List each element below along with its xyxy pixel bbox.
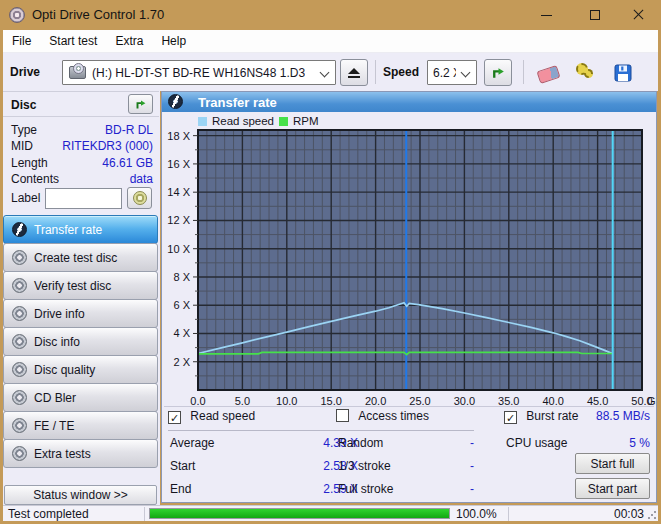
main-panel: Transfer rate Read speed RPM 2 X4 X6 X8 … [161,91,657,503]
speed-select[interactable]: 6.2 X [427,60,477,85]
one-third-stroke-value: - [402,459,474,473]
disc-label-button[interactable] [127,187,152,209]
sidebar-item-drive-info[interactable]: Drive info [3,299,158,328]
title-bar: Opti Drive Control 1.70 [0,0,661,30]
settings-button[interactable] [571,59,601,86]
svg-text:10 X: 10 X [167,243,190,255]
toolbar: Drive (H:) HL-DT-ST BD-RE WH16NS48 1.D3 … [3,53,658,91]
sidebar-item-fe-te[interactable]: FE / TE [3,411,158,440]
minimize-icon [541,15,552,16]
one-third-stroke-label: 1/3 stroke [338,459,391,473]
burst-rate-checkbox[interactable]: ✓ [504,411,517,424]
refresh-disc-button[interactable] [128,94,153,114]
sidebar-item-verify-test-disc[interactable]: Verify test disc [3,271,158,300]
chevron-down-icon [461,68,471,78]
svg-text:14 X: 14 X [167,186,190,198]
app-icon [9,7,25,23]
sidebar-item-disc-quality[interactable]: Disc quality [3,355,158,384]
disc-row-mid: MID RITEKDR3 (000) [11,139,153,154]
sidebar-item-create-test-disc[interactable]: Create test disc [3,243,158,272]
read-speed-check-label: Read speed [190,409,255,423]
svg-text:8 X: 8 X [173,271,190,283]
close-button[interactable] [615,0,661,30]
floppy-disk-icon [613,63,633,83]
cd-icon [12,250,27,265]
menu-file[interactable]: File [3,31,40,51]
disc-panel-header: Disc [3,92,159,117]
cd-icon [12,334,27,349]
toolbar-separator [375,60,376,84]
disc-row-contents: Contents data [11,172,153,187]
sidebar-item-extra-tests[interactable]: Extra tests [3,439,158,468]
drive-select[interactable]: (H:) HL-DT-ST BD-RE WH16NS48 1.D3 [62,60,336,85]
drive-label: Drive [10,65,40,79]
cpu-usage-value: 5 % [574,436,650,450]
chart-legend: Read speed RPM [198,115,319,127]
cpu-usage-label: CPU usage [506,436,567,450]
drive-icon [69,66,86,79]
full-stroke-value: - [402,482,474,496]
progress-bar [149,508,450,519]
access-times-check-label: Access times [358,409,429,423]
disc-length-value: 46.61 GB [102,156,153,170]
disc-mid-value: RITEKDR3 (000) [62,139,153,153]
refresh-icon [490,64,507,81]
access-times-check-row: Access times [336,409,429,423]
start-full-button[interactable]: Start full [575,453,650,474]
drive-select-value: (H:) HL-DT-ST BD-RE WH16NS48 1.D3 [92,66,305,80]
cd-icon [12,390,27,405]
save-button[interactable] [608,59,638,86]
speed-select-value: 6.2 X [433,66,456,80]
full-stroke-label: Full stroke [338,482,393,496]
read-speed-checkbox[interactable]: ✓ [168,411,181,424]
menu-extra[interactable]: Extra [106,31,152,51]
read-speed-check-row: ✓ Read speed [168,409,255,424]
transfer-rate-chart: 2 X4 X6 X8 X10 X12 X14 X16 X18 X0.05.010… [162,128,656,408]
cd-icon [12,418,27,433]
cd-icon [12,278,27,293]
cd-icon [12,446,27,461]
end-label: End [170,482,191,496]
progress-percent: 100.0% [456,507,497,521]
disc-label-input[interactable] [45,188,122,209]
status-window-button[interactable]: Status window >> [4,485,157,505]
sidebar-item-cd-bler[interactable]: CD Bler [3,383,158,412]
disc-row-type: Type BD-R DL [11,123,153,138]
sidebar-item-transfer-rate[interactable]: Transfer rate [3,215,158,244]
burst-rate-value: 88.5 MB/s [574,409,650,423]
sidebar-nav: Transfer rate Create test disc Verify te… [3,216,158,468]
disc-label-row: Label [3,187,159,211]
rpm-legend-label: RPM [293,115,319,127]
svg-text:16 X: 16 X [167,158,190,170]
minimize-button[interactable] [523,0,569,30]
cd-icon [12,362,27,377]
start-part-button[interactable]: Start part [575,478,650,499]
disc-contents-value: data [130,172,153,186]
speed-label: Speed [383,65,419,79]
maximize-button[interactable] [572,0,618,30]
disc-panel-title: Disc [11,98,36,112]
erase-disc-button[interactable] [533,59,563,86]
maximize-icon [590,10,600,20]
sidebar-item-disc-info[interactable]: Disc info [3,327,158,356]
panel-header: Transfer rate [162,92,656,112]
sidebar: Disc Type BD-R DL MID RITEKDR3 (000) Len… [3,91,160,505]
access-times-checkbox[interactable] [336,409,349,422]
random-value: - [402,436,474,450]
elapsed-time: 00:03 [614,507,644,521]
menu-start-test[interactable]: Start test [40,31,106,51]
toolbar-separator [523,60,524,84]
rpm-legend-chip [279,117,288,126]
refresh-speed-button[interactable] [484,59,512,86]
menu-help[interactable]: Help [152,31,195,51]
progress-bar-fill [150,509,449,518]
stats-divider [164,406,654,407]
burst-rate-check-label: Burst rate [526,409,578,423]
start-label: Start [170,459,195,473]
read-speed-legend-label: Read speed [212,115,274,127]
eject-button[interactable] [340,59,368,86]
chevron-down-icon [320,68,330,78]
resize-grip[interactable] [647,510,657,520]
svg-text:4 X: 4 X [173,327,190,339]
cd-bolt-icon [168,94,183,109]
